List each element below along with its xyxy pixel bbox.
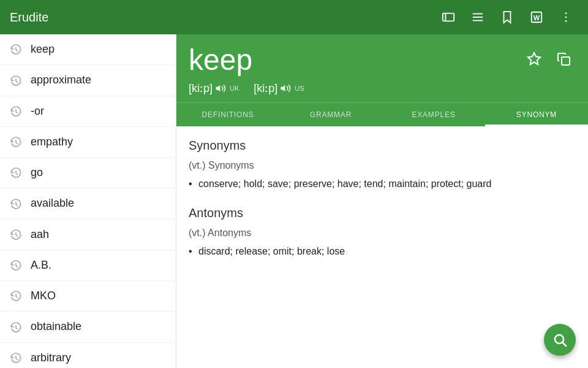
- sidebar-item[interactable]: go: [0, 158, 176, 188]
- word-header-top: keep: [189, 44, 576, 77]
- sidebar-word-label: empathy: [31, 136, 73, 148]
- sidebar-item[interactable]: arbitrary: [0, 343, 176, 369]
- antonyms-heading: Antonyms: [189, 206, 576, 220]
- word-title: keep: [189, 44, 252, 77]
- sidebar-item[interactable]: available: [0, 188, 176, 219]
- word-header-actions: [522, 47, 576, 71]
- tab-synonym[interactable]: SYNONYM: [485, 103, 588, 126]
- history-icon: [10, 74, 22, 86]
- svg-point-8: [565, 17, 567, 18]
- sidebar-word-label: approximate: [31, 74, 91, 86]
- region-us: US: [295, 85, 304, 92]
- history-icon: [10, 289, 22, 302]
- svg-point-7: [565, 12, 567, 14]
- svg-text:W: W: [533, 14, 540, 21]
- synonyms-list: conserve; hold; save; preserve; have; te…: [189, 176, 576, 192]
- copy-button[interactable]: [551, 47, 576, 71]
- history-icon: [10, 166, 22, 179]
- history-icon: [10, 197, 22, 210]
- sidebar-word-label: available: [31, 197, 74, 210]
- sidebar-item[interactable]: -or: [0, 96, 176, 127]
- more-button[interactable]: [554, 5, 578, 29]
- svg-line-12: [563, 343, 567, 347]
- history-icon: [10, 43, 22, 56]
- antonyms-section: Antonyms (vt.) Antonyms discard; release…: [189, 206, 576, 259]
- phonetic-uk: [kiːp]: [189, 82, 213, 95]
- tab-examples[interactable]: EXAMPLES: [382, 103, 485, 126]
- history-icon: [10, 136, 22, 148]
- main-content: keepapproximate-orempathygoavailableaahA…: [0, 34, 588, 368]
- pronunciation-uk: [kiːp] UK: [189, 82, 239, 95]
- right-panel: keep [kiːp] UK [kiːp]: [176, 34, 588, 368]
- sidebar-word-label: -or: [31, 105, 44, 118]
- star-button[interactable]: [522, 47, 546, 71]
- speaker-uk-icon[interactable]: [215, 83, 226, 94]
- sidebar-word-label: A.B.: [31, 259, 51, 272]
- tab-definitions[interactable]: DEFINITIONS: [176, 103, 279, 126]
- content-area: Synonyms (vt.) Synonyms conserve; hold; …: [176, 126, 588, 368]
- svg-rect-4: [473, 20, 483, 21]
- svg-point-9: [565, 20, 567, 22]
- pronunciations: [kiːp] UK [kiːp] US: [189, 82, 576, 95]
- antonyms-vt-label: (vt.) Antonyms: [189, 228, 576, 239]
- phonetic-us: [kiːp]: [254, 82, 277, 95]
- svg-rect-3: [473, 17, 483, 18]
- synonyms-heading: Synonyms: [189, 139, 576, 153]
- app-title: Erudite: [10, 10, 48, 25]
- sidebar: keepapproximate-orempathygoavailableaahA…: [0, 34, 176, 368]
- tabs: DEFINITIONSGRAMMAREXAMPLESSYNONYM: [176, 102, 588, 126]
- synonyms-section: Synonyms (vt.) Synonyms conserve; hold; …: [189, 139, 576, 192]
- pronunciation-us: [kiːp] US: [254, 82, 304, 95]
- search-fab[interactable]: [544, 324, 576, 356]
- sidebar-word-label: go: [31, 166, 43, 179]
- bookmark-button[interactable]: [495, 5, 519, 29]
- tab-grammar[interactable]: GRAMMAR: [279, 103, 382, 126]
- word-header: keep [kiːp] UK [kiːp]: [176, 34, 588, 102]
- history-icon: [10, 259, 22, 272]
- sidebar-item[interactable]: MKO: [0, 281, 176, 312]
- sidebar-word-label: arbitrary: [31, 351, 71, 364]
- sidebar-word-label: keep: [31, 43, 55, 56]
- sidebar-item[interactable]: aah: [0, 220, 176, 250]
- sidebar-word-label: MKO: [31, 289, 56, 302]
- word-app-button[interactable]: W: [524, 5, 549, 29]
- sidebar-word-label: obtainable: [31, 320, 81, 333]
- sidebar-word-label: aah: [31, 228, 49, 241]
- svg-rect-10: [562, 57, 570, 65]
- topbar-actions: W: [436, 5, 578, 29]
- history-icon: [10, 228, 22, 241]
- history-icon: [10, 351, 22, 364]
- history-icon: [10, 320, 22, 333]
- speaker-us-icon[interactable]: [280, 83, 291, 94]
- list-button[interactable]: [466, 5, 490, 29]
- flashcard-button[interactable]: [436, 5, 461, 29]
- sidebar-item[interactable]: approximate: [0, 65, 176, 96]
- top-bar: Erudite W: [0, 0, 588, 34]
- region-uk: UK: [230, 85, 239, 92]
- antonyms-list: discard; release; omit; break; lose: [189, 243, 576, 259]
- history-icon: [10, 105, 22, 118]
- svg-rect-0: [443, 13, 454, 21]
- svg-rect-2: [473, 13, 483, 15]
- sidebar-item[interactable]: empathy: [0, 127, 176, 158]
- sidebar-item[interactable]: keep: [0, 34, 176, 65]
- synonyms-vt-label: (vt.) Synonyms: [189, 160, 576, 171]
- sidebar-item[interactable]: A.B.: [0, 250, 176, 281]
- sidebar-item[interactable]: obtainable: [0, 312, 176, 342]
